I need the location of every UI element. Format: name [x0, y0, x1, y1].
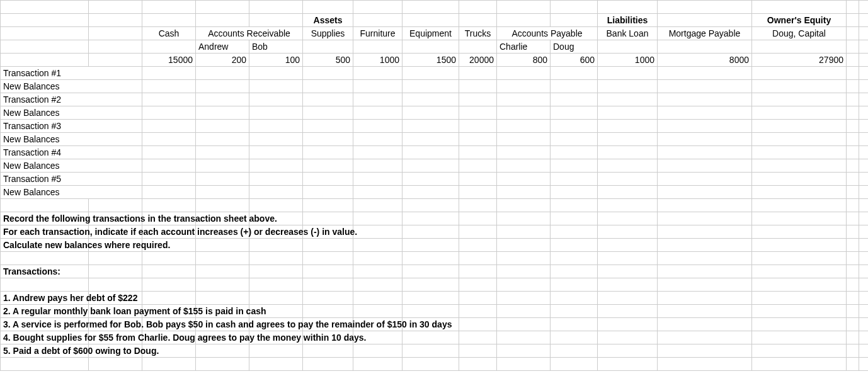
table-row: Calculate new balances where required.: [1, 239, 869, 252]
col-ar: Accounts Receivable: [196, 27, 303, 40]
transaction-item-4: 4. Bought supplies for $55 from Charlie.…: [1, 331, 89, 344]
table-row: New Balances: [1, 133, 869, 146]
val-trucks[interactable]: 20000: [459, 54, 497, 67]
val-ap-doug[interactable]: 600: [551, 54, 598, 67]
instruction-line-1: Record the following transactions in the…: [1, 212, 89, 225]
col-capital: Doug, Capital: [752, 27, 847, 40]
section-liabilities: Liabilities: [598, 14, 658, 27]
transaction-item-2: 2. A regular monthly bank loan payment o…: [1, 305, 89, 318]
table-row: For each transaction, indicate if each a…: [1, 225, 869, 239]
instruction-line-2: For each transaction, indicate if each a…: [1, 225, 89, 239]
table-row: New Balances: [1, 159, 869, 173]
col-ap: Accounts Payable: [497, 27, 598, 40]
val-bank-loan[interactable]: 1000: [598, 54, 658, 67]
val-furniture[interactable]: 1000: [353, 54, 403, 67]
sub-andrew: Andrew: [196, 40, 249, 54]
row-nb2: New Balances: [1, 106, 142, 120]
table-row: New Balances: [1, 106, 869, 120]
table-row: New Balances: [1, 186, 869, 199]
table-row: Transactions:: [1, 265, 869, 278]
col-mortgage: Mortgage Payable: [658, 27, 752, 40]
table-row: Transaction #3: [1, 120, 869, 133]
table-row: Transaction #2: [1, 93, 869, 106]
val-ar-bob[interactable]: 100: [249, 54, 303, 67]
spreadsheet[interactable]: Assets Liabilities Owner's Equity Cash A…: [0, 0, 868, 371]
row-nb1: New Balances: [1, 80, 142, 93]
row-nb4: New Balances: [1, 159, 142, 173]
val-cash[interactable]: 15000: [142, 54, 196, 67]
row-t5: Transaction #5: [1, 173, 142, 186]
row-t2: Transaction #2: [1, 93, 142, 106]
table-row: New Balances: [1, 80, 869, 93]
col-bank-loan: Bank Loan: [598, 27, 658, 40]
col-furniture: Furniture: [353, 27, 403, 40]
row-t4: Transaction #4: [1, 146, 142, 159]
transactions-heading: Transactions:: [1, 265, 89, 278]
transaction-item-5: 5. Paid a debt of $600 owing to Doug.: [1, 344, 89, 358]
table-row: 5. Paid a debt of $600 owing to Doug.: [1, 344, 869, 358]
val-supplies[interactable]: 500: [303, 54, 353, 67]
table-row: [1, 252, 869, 265]
sub-doug: Doug: [551, 40, 598, 54]
row-nb5: New Balances: [1, 186, 142, 199]
table-row: Cash Accounts Receivable Supplies Furnit…: [1, 27, 869, 40]
table-row: [1, 358, 869, 371]
transaction-item-3: 3. A service is performed for Bob. Bob p…: [1, 318, 89, 331]
table-row: 1. Andrew pays her debt of $222: [1, 292, 869, 305]
section-owners-equity: Owner's Equity: [752, 14, 847, 27]
val-mortgage[interactable]: 8000: [658, 54, 752, 67]
col-equipment: Equipment: [403, 27, 459, 40]
sub-charlie: Charlie: [497, 40, 551, 54]
table-row: Andrew Bob Charlie Doug: [1, 40, 869, 54]
section-assets: Assets: [303, 14, 353, 27]
table-row: Transaction #5: [1, 173, 869, 186]
table-row: Transaction #1: [1, 67, 869, 80]
row-t3: Transaction #3: [1, 120, 142, 133]
val-equipment[interactable]: 1500: [403, 54, 459, 67]
val-ar-andrew[interactable]: 200: [196, 54, 249, 67]
table-row: [1, 199, 869, 212]
table-row: 2. A regular monthly bank loan payment o…: [1, 305, 869, 318]
col-trucks: Trucks: [459, 27, 497, 40]
table-row: 3. A service is performed for Bob. Bob p…: [1, 318, 869, 331]
table-row: Transaction #4: [1, 146, 869, 159]
val-capital[interactable]: 27900: [752, 54, 847, 67]
instruction-line-3: Calculate new balances where required.: [1, 239, 89, 252]
row-t1: Transaction #1: [1, 67, 142, 80]
col-cash: Cash: [142, 27, 196, 40]
table-row: Record the following transactions in the…: [1, 212, 869, 225]
transaction-item-1: 1. Andrew pays her debt of $222: [1, 292, 89, 305]
table-row: [1, 278, 869, 292]
col-supplies: Supplies: [303, 27, 353, 40]
table-row: 4. Bought supplies for $55 from Charlie.…: [1, 331, 869, 344]
val-ap-charlie[interactable]: 800: [497, 54, 551, 67]
row-nb3: New Balances: [1, 133, 142, 146]
sub-bob: Bob: [249, 40, 303, 54]
table-row: 15000 200 100 500 1000 1500 20000 800 60…: [1, 54, 869, 67]
table-row: [1, 1, 869, 14]
table-row: Assets Liabilities Owner's Equity: [1, 14, 869, 27]
